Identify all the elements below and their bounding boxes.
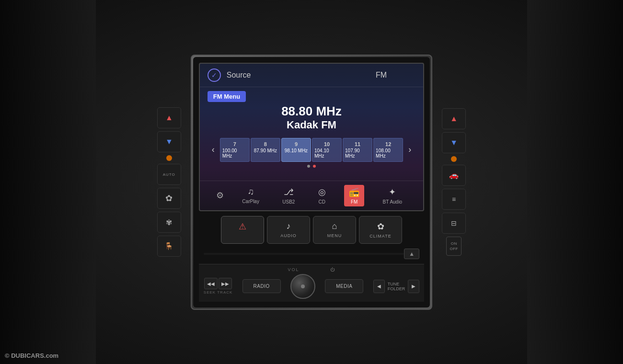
left-up-btn[interactable]: ▲ bbox=[157, 107, 181, 128]
dubicars-watermark: © DUBICARS.com bbox=[5, 352, 58, 359]
knob-center bbox=[301, 284, 305, 288]
source-label: Source bbox=[227, 71, 251, 80]
source-icons-row: ⚙ ♫ CarPlay ⎇ USB2 ◎ CD bbox=[200, 181, 423, 210]
seek-prev-btn[interactable]: ◀◀ bbox=[204, 278, 218, 289]
tune-folder-label: TUNEFOLDER bbox=[386, 282, 407, 291]
screen-main: FM Menu 88.80 MHz Kadak FM ‹ 7 100.00 MH… bbox=[200, 87, 423, 181]
climate-label: CLIMATE bbox=[369, 234, 391, 239]
defrost-front-btn[interactable]: ⊟ bbox=[442, 213, 466, 234]
screen-header: ✓ Source FM bbox=[200, 64, 423, 87]
controls-row: ◀◀ ▶▶ SEEK TRACK RADIO MEDIA bbox=[204, 274, 419, 299]
station-name: Kadak FM bbox=[208, 119, 415, 131]
seat-icon: 🪑 bbox=[164, 242, 173, 250]
media-button[interactable]: MEDIA bbox=[325, 279, 363, 293]
auto-label: AUTO bbox=[163, 172, 175, 177]
audio-label: AUDIO bbox=[280, 233, 297, 238]
bt-audio-source[interactable]: ✦ BT Audio bbox=[378, 185, 407, 206]
main-center: ▲ ▼ AUTO ✿ ✾ 🪑 bbox=[148, 55, 475, 310]
usb2-icon: ⎇ bbox=[284, 187, 294, 197]
hazard-button[interactable]: ⚠ bbox=[221, 216, 264, 244]
vol-label: VOL bbox=[288, 267, 299, 272]
carplay-source[interactable]: ♫ CarPlay bbox=[237, 185, 264, 206]
defrost-rear-icon: ≡ bbox=[452, 195, 456, 203]
preset-next-btn[interactable]: › bbox=[404, 137, 415, 163]
tune-row: ◀ TUNEFOLDER ▶ bbox=[373, 280, 420, 293]
seek-track-group: ◀◀ ▶▶ SEEK TRACK bbox=[204, 278, 233, 295]
preset-8[interactable]: 8 87.90 MHz bbox=[251, 138, 280, 162]
left-up-arrow-icon: ▲ bbox=[165, 114, 173, 122]
inner-unit: ✓ Source FM FM Menu 88.80 MHz Kadak FM bbox=[193, 57, 430, 307]
left-indicator-light bbox=[166, 155, 172, 161]
right-indicator-light bbox=[451, 156, 457, 162]
eject-button[interactable]: ▲ bbox=[404, 249, 419, 259]
fan-mid-btn[interactable]: ✾ bbox=[157, 212, 181, 233]
preset-prev-btn[interactable]: ‹ bbox=[208, 137, 219, 163]
preset-items: 7 100.00 MHz 8 87.90 MHz 9 98.10 MHz bbox=[220, 138, 403, 162]
hazard-icon: ⚠ bbox=[239, 221, 246, 232]
watermark-text: © DUBICARS.com bbox=[5, 352, 58, 359]
tune-prev-btn[interactable]: ◀ bbox=[373, 280, 385, 293]
cd-slot bbox=[204, 253, 404, 255]
seat-btn[interactable]: 🪑 bbox=[157, 236, 181, 257]
preset-11[interactable]: 11 107.90 MHz bbox=[343, 138, 372, 162]
ac-mode-icon: 🚗 bbox=[449, 171, 459, 180]
climate-button[interactable]: ✿ CLIMATE bbox=[359, 216, 402, 244]
fan-high-icon: ✿ bbox=[165, 193, 173, 204]
preset-bar: ‹ 7 100.00 MHz 8 87.90 MHz bbox=[208, 137, 415, 163]
fan-high-btn[interactable]: ✿ bbox=[157, 188, 181, 209]
settings-icon[interactable]: ⚙ bbox=[216, 190, 224, 201]
seek-arrows: ◀◀ ▶▶ bbox=[204, 278, 232, 289]
audio-button[interactable]: ♪ AUDIO bbox=[267, 216, 310, 244]
auto-btn[interactable]: AUTO bbox=[157, 164, 181, 185]
menu-button[interactable]: ⌂ MENU bbox=[313, 216, 356, 244]
vol-power-labels: VOL ⏻ bbox=[204, 267, 419, 272]
eject-strip: ▲ bbox=[199, 247, 424, 261]
panel-bg-left bbox=[0, 0, 96, 364]
right-panel: ▲ ▼ 🚗 ≡ ⊟ ONOFF bbox=[432, 103, 475, 261]
fm-source[interactable]: 📻 FM bbox=[344, 185, 364, 206]
seek-track-label: SEEK TRACK bbox=[204, 290, 233, 295]
right-down-btn[interactable]: ▼ bbox=[442, 132, 466, 153]
tune-next-btn[interactable]: ▶ bbox=[408, 280, 419, 293]
audio-icon: ♪ bbox=[287, 221, 291, 231]
tune-folder-group: ◀ TUNEFOLDER ▶ bbox=[373, 280, 420, 293]
cd-source[interactable]: ◎ CD bbox=[313, 185, 331, 206]
left-down-arrow-icon: ▼ bbox=[165, 137, 173, 146]
left-down-btn[interactable]: ▼ bbox=[157, 131, 181, 152]
defrost-front-icon: ⊟ bbox=[451, 219, 457, 227]
preset-9[interactable]: 9 98.10 MHz bbox=[281, 138, 311, 162]
fm-menu-button[interactable]: FM Menu bbox=[208, 91, 246, 102]
dot-2 bbox=[313, 165, 316, 168]
usb2-source[interactable]: ⎇ USB2 bbox=[277, 185, 300, 206]
fan-mid-icon: ✾ bbox=[166, 218, 172, 227]
source-value: FM bbox=[376, 71, 387, 80]
on-off-button[interactable]: ONOFF bbox=[446, 237, 461, 256]
volume-knob[interactable] bbox=[290, 274, 315, 299]
preset-7[interactable]: 7 100.00 MHz bbox=[220, 138, 250, 162]
infotainment-screen: ✓ Source FM FM Menu 88.80 MHz Kadak FM bbox=[199, 63, 424, 211]
source-check-icon: ✓ bbox=[208, 68, 221, 82]
bluetooth-icon: ✦ bbox=[389, 187, 396, 197]
check-mark: ✓ bbox=[211, 71, 217, 79]
right-down-arrow-icon: ▼ bbox=[450, 138, 458, 147]
carplay-icon: ♫ bbox=[247, 187, 254, 197]
preset-12[interactable]: 12 108.00 MHz bbox=[373, 138, 403, 162]
right-up-arrow-icon: ▲ bbox=[450, 114, 458, 123]
climate-fan-icon: ✿ bbox=[377, 221, 384, 232]
defrost-rear-btn[interactable]: ≡ bbox=[442, 189, 466, 210]
menu-home-icon: ⌂ bbox=[332, 221, 337, 231]
cd-icon: ◎ bbox=[318, 187, 326, 197]
fm-icon: 📻 bbox=[349, 187, 359, 197]
ac-mode-btn[interactable]: 🚗 bbox=[442, 165, 466, 186]
radio-button[interactable]: RADIO bbox=[242, 279, 281, 293]
right-up-btn[interactable]: ▲ bbox=[442, 108, 466, 129]
bottom-controls-strip: VOL ⏻ ◀◀ ▶▶ SEEK TRACK RA bbox=[199, 264, 424, 302]
seek-next-btn[interactable]: ▶▶ bbox=[219, 278, 232, 289]
preset-10[interactable]: 10 104.10 MHz bbox=[312, 138, 342, 162]
menu-label: MENU bbox=[327, 233, 342, 238]
dot-1 bbox=[307, 165, 310, 168]
left-panel: ▲ ▼ AUTO ✿ ✾ 🪑 bbox=[148, 102, 191, 262]
panel-bg-right bbox=[527, 0, 623, 364]
frequency-display: 88.80 MHz bbox=[208, 104, 415, 119]
car-infotainment-panel: ▲ ▼ AUTO ✿ ✾ 🪑 bbox=[0, 0, 623, 364]
